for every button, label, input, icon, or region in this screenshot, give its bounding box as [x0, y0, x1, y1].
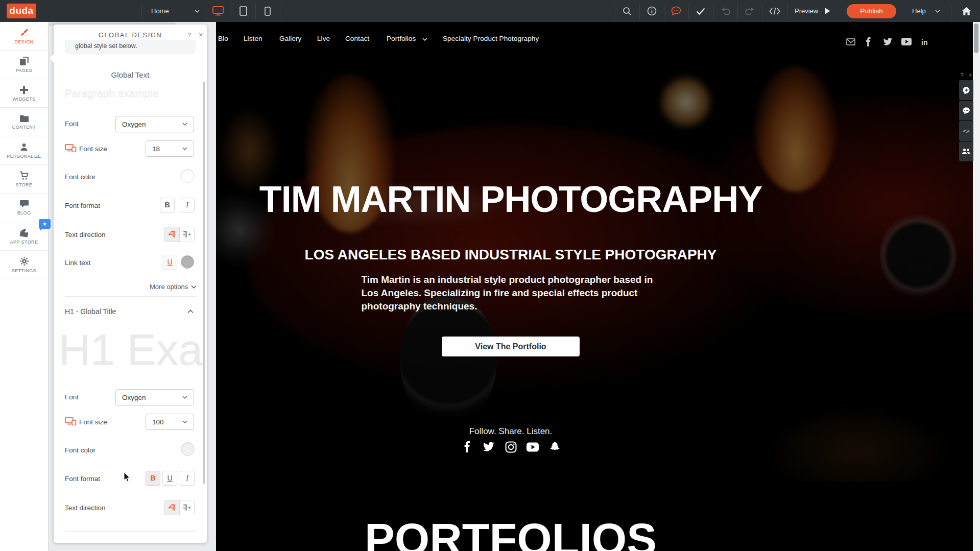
dashboard-home-icon[interactable] — [956, 0, 976, 22]
h1-font-color-swatch[interactable] — [181, 442, 195, 456]
sidebar-item-pages[interactable]: PAGES — [0, 51, 48, 79]
instagram-icon[interactable] — [505, 441, 517, 453]
h1-font-size-select-value: 100 — [152, 418, 182, 426]
twitter-icon[interactable] — [883, 38, 893, 46]
linkedin-icon[interactable]: in — [921, 38, 927, 47]
youtube-icon[interactable] — [527, 441, 539, 453]
link-text-label: Link text — [65, 259, 90, 267]
h1-italic-button[interactable]: I — [180, 471, 195, 486]
site-nav-specialty[interactable]: Specialty Product Photography — [443, 35, 539, 42]
sidebar-item-content[interactable]: CONTENT — [0, 108, 48, 136]
divider — [65, 531, 196, 532]
collaborators-button[interactable] — [959, 141, 973, 161]
divider — [688, 3, 689, 19]
page-selector[interactable]: Home — [151, 0, 169, 22]
font-select[interactable]: Oxygen — [115, 116, 194, 132]
hero-title[interactable]: TIM MARTIN PHOTOGRAPHY — [259, 178, 762, 220]
site-nav-listen[interactable]: Listen — [244, 35, 262, 42]
text-direction-label: Text direction — [65, 504, 106, 512]
device-styles-icon[interactable] — [65, 144, 77, 152]
comment-list-button[interactable] — [959, 101, 973, 121]
comments-icon[interactable] — [666, 0, 686, 22]
overlay-close-button[interactable]: × — [969, 73, 972, 80]
hero-subtitle[interactable]: LOS ANGELES BASED INDUSTRIAL STYLE PHOTO… — [305, 247, 717, 263]
desktop-view-button[interactable] — [208, 0, 228, 22]
overlay-help-button[interactable]: ? — [961, 73, 964, 80]
sidebar-item-widgets[interactable]: WIDGETS — [0, 79, 48, 108]
mobile-view-button[interactable] — [257, 0, 278, 22]
h1-underline-button[interactable]: U — [162, 471, 177, 486]
site-nav-live[interactable]: Live — [317, 35, 330, 42]
canvas-scrollbar-thumb[interactable] — [974, 23, 978, 53]
text-direction-ltr-button[interactable] — [164, 227, 179, 242]
preview-button[interactable]: Preview — [795, 0, 818, 22]
social-heading[interactable]: Follow. Share. Listen. — [469, 426, 553, 437]
site-nav-bio[interactable]: Bio — [218, 35, 228, 42]
portfolios-section-title[interactable]: PORTFOLIOS — [365, 513, 657, 551]
info-icon[interactable] — [641, 0, 662, 22]
email-icon[interactable] — [846, 38, 855, 45]
tablet-view-button[interactable] — [233, 0, 253, 22]
help-menu[interactable]: Help — [912, 0, 926, 22]
approve-check-icon[interactable] — [690, 0, 711, 22]
sidebar-item-blog[interactable]: BLOG — [0, 194, 48, 222]
h1-text-direction-ltr-button[interactable] — [164, 500, 179, 515]
twitter-icon[interactable] — [483, 441, 495, 453]
youtube-icon[interactable] — [901, 38, 912, 45]
site-nav-portfolios[interactable]: Portfolios — [387, 35, 416, 42]
site-nav-gallery[interactable]: Gallery — [279, 35, 301, 42]
undo-icon[interactable] — [715, 0, 735, 22]
chevron-down-icon[interactable] — [195, 10, 200, 13]
font-size-select[interactable]: 18 — [146, 140, 194, 157]
sidebar-item-personalize[interactable]: PERSONALIZE — [0, 136, 48, 165]
code-icon[interactable] — [764, 0, 785, 22]
font-size-select-value: 18 — [152, 145, 182, 153]
sidebar-item-settings[interactable]: SETTINGS — [0, 251, 48, 279]
sidebar-item-design[interactable]: DESIGN — [0, 22, 48, 51]
h1-font-select[interactable]: Oxygen — [115, 389, 194, 405]
hero-description[interactable]: Tim Martin is an industrial style produc… — [362, 273, 660, 313]
facebook-icon[interactable] — [461, 441, 473, 453]
text-direction-rtl-button[interactable] — [179, 227, 195, 242]
add-comment-button[interactable] — [959, 80, 973, 100]
sidebar-item-label: CONTENT — [12, 125, 36, 130]
editor-sidebar: DESIGN PAGES WIDGETS CONTENT PERSONALIZE — [0, 22, 48, 551]
site-nav-contact[interactable]: Contact — [345, 35, 369, 42]
person-icon — [19, 142, 29, 152]
hide-comments-button[interactable] — [959, 121, 973, 141]
search-icon[interactable] — [617, 0, 637, 22]
panel-scrollbar-thumb[interactable] — [203, 82, 205, 484]
bold-button[interactable]: B — [160, 198, 175, 212]
h1-text-direction-rtl-button[interactable] — [179, 500, 195, 515]
comments-overlay-toolbar: ? × — [959, 73, 973, 162]
divider — [901, 3, 901, 19]
facebook-icon[interactable] — [866, 37, 871, 46]
panel-help-button[interactable]: ? — [187, 31, 191, 39]
chevron-down-icon[interactable] — [935, 10, 940, 13]
view-portfolio-button[interactable]: View The Portfolio — [442, 337, 580, 356]
h1-section-heading: H1 - Global Title — [65, 307, 116, 316]
duda-logo[interactable]: duda — [7, 4, 36, 18]
redo-icon[interactable] — [739, 0, 760, 22]
publish-button[interactable]: Publish — [847, 4, 896, 18]
divider — [639, 3, 640, 19]
more-options-label: More options — [150, 283, 188, 291]
paragraph-example-preview: Paragraph example — [65, 87, 158, 99]
h1-font-size-select[interactable]: 100 — [146, 414, 194, 430]
font-color-label: Font color — [65, 173, 95, 181]
sidebar-item-store[interactable]: STORE — [0, 165, 48, 194]
link-color-swatch[interactable] — [181, 255, 194, 269]
panel-close-button[interactable]: × — [199, 30, 203, 39]
font-color-swatch[interactable] — [181, 169, 195, 183]
device-styles-icon[interactable] — [65, 417, 77, 425]
canvas-scrollbar-track[interactable] — [973, 22, 980, 551]
h1-bold-button[interactable]: B — [146, 471, 160, 486]
play-icon[interactable] — [825, 8, 830, 14]
italic-button[interactable]: I — [180, 198, 195, 212]
font-label: Font — [65, 120, 79, 128]
font-size-label: Font size — [79, 418, 107, 426]
collapse-section-button[interactable] — [187, 309, 194, 314]
more-options-link[interactable]: More options — [150, 283, 197, 291]
link-underline-button[interactable]: U — [162, 255, 177, 270]
snapchat-icon[interactable] — [548, 441, 561, 453]
